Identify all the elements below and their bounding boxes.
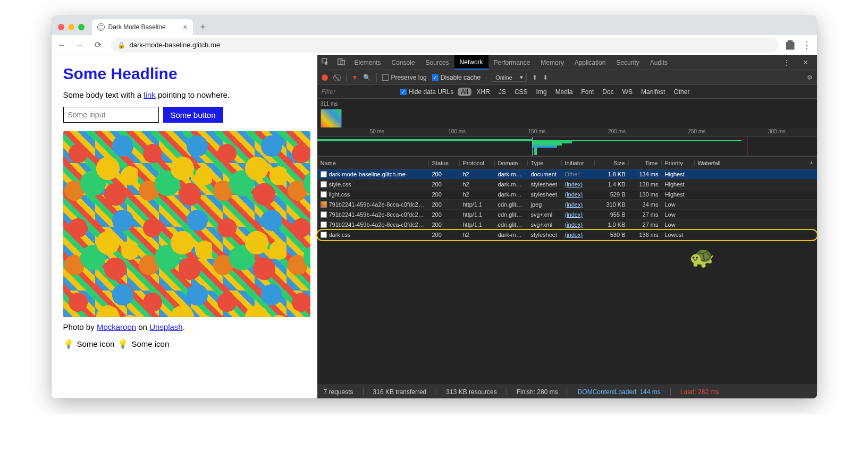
table-row[interactable]: light.css200h2dark-mo…stylesheet(index)5… [317, 190, 817, 200]
devtools-tab-performance[interactable]: Performance [488, 55, 536, 70]
devtools-toolbar: ElementsConsoleSourcesNetworkPerformance… [317, 55, 817, 70]
initiator-link[interactable]: (index) [565, 201, 583, 208]
filter-pill-xhr[interactable]: XHR [474, 88, 493, 96]
network-statusbar: 7 requests 316 KB transferred 313 KB res… [317, 385, 817, 398]
search-icon[interactable]: 🔍 [363, 74, 371, 81]
devtools-panel: ElementsConsoleSourcesNetworkPerformance… [317, 55, 817, 398]
waterfall-overview[interactable] [317, 137, 817, 156]
hide-data-urls-checkbox[interactable]: Hide data URLs [400, 88, 454, 96]
back-button[interactable]: ← [57, 40, 68, 50]
col-name[interactable]: Name [317, 160, 429, 166]
devtools-tab-security[interactable]: Security [611, 55, 644, 70]
browser-menu-icon[interactable]: ⋮ [802, 39, 812, 51]
devtools-close-icon[interactable]: ✕ [798, 58, 813, 66]
initiator-link[interactable]: (index) [565, 181, 583, 187]
initiator-link[interactable]: (index) [565, 232, 583, 238]
close-window-button[interactable] [58, 24, 64, 30]
devtools-tab-application[interactable]: Application [569, 55, 611, 70]
page-body: Some body text with a link pointing to n… [63, 90, 306, 99]
col-domain[interactable]: Domain [495, 160, 528, 166]
devtools-tab-network[interactable]: Network [454, 55, 488, 70]
filter-pill-css[interactable]: CSS [511, 88, 531, 96]
file-icon [321, 171, 327, 177]
filter-pill-media[interactable]: Media [552, 88, 576, 96]
ruler-tick: 50 ms [370, 129, 384, 134]
settings-gear-icon[interactable]: ⚙ [807, 74, 813, 81]
table-row[interactable]: dark.css200h2dark-mo…stylesheet(index)53… [317, 230, 817, 240]
status-resources: 313 KB resources [446, 388, 496, 396]
download-icon[interactable]: ⬇ [543, 74, 548, 81]
ruler-tick: 200 ms [608, 129, 626, 134]
content-area: Some Headline Some body text with a link… [52, 55, 817, 398]
col-time[interactable]: Time [629, 160, 662, 166]
devtools-tab-memory[interactable]: Memory [535, 55, 569, 70]
preserve-log-checkbox[interactable]: Preserve log [382, 74, 426, 81]
table-row[interactable]: style.css200h2dark-mo…stylesheet(index)1… [317, 180, 817, 190]
maximize-window-button[interactable] [78, 24, 85, 30]
tab-title: Dark Mode Baseline [108, 23, 166, 31]
devtools-tab-audits[interactable]: Audits [645, 55, 673, 70]
browser-window: Dark Mode Baseline × + ← → ⟳ 🔒 dark-mode… [52, 16, 817, 398]
body-link[interactable]: link [144, 90, 156, 99]
rendered-page: Some Headline Some body text with a link… [52, 55, 317, 398]
forward-button[interactable]: → [75, 40, 86, 50]
filter-input[interactable] [322, 88, 396, 96]
filter-pill-img[interactable]: Img [533, 88, 550, 96]
initiator-link[interactable]: (index) [565, 211, 583, 218]
table-row[interactable]: 791b2241-459b-4a2e-8cca-c0fdc2…200http/1… [317, 210, 817, 220]
filter-icon[interactable]: ▼ [352, 74, 358, 81]
device-toggle-icon[interactable] [333, 58, 349, 67]
minimize-window-button[interactable] [68, 24, 74, 30]
initiator-link[interactable]: (index) [565, 221, 583, 228]
devtools-menu-icon[interactable]: ⋮ [779, 58, 794, 66]
filter-bar: Hide data URLs AllXHRJSCSSImgMediaFontDo… [317, 85, 817, 99]
col-initiator[interactable]: Initiator [562, 160, 595, 166]
timeline-ruler: 50 ms100 ms150 ms200 ms250 ms300 ms [317, 127, 817, 137]
col-protocol[interactable]: Protocol [460, 160, 495, 166]
col-status[interactable]: Status [429, 160, 460, 166]
initiator-link[interactable]: (index) [565, 191, 583, 198]
col-priority[interactable]: Priority [662, 160, 695, 166]
col-waterfall[interactable]: Waterfall▲ [695, 160, 817, 166]
credit-author-link[interactable]: Mockaroon [97, 322, 136, 331]
clear-button[interactable] [333, 74, 341, 81]
browser-tab[interactable]: Dark Mode Baseline × [92, 19, 193, 35]
action-button[interactable]: Some button [163, 107, 223, 123]
new-tab-button[interactable]: + [196, 22, 210, 33]
network-controls: ▼ 🔍 Preserve log Disable cache Online▾ ⬆… [317, 70, 817, 85]
extension-icon[interactable] [786, 40, 795, 50]
filter-pill-all[interactable]: All [458, 88, 471, 96]
devtools-tab-elements[interactable]: Elements [349, 55, 386, 70]
upload-icon[interactable]: ⬆ [532, 74, 537, 81]
inspect-icon[interactable] [317, 58, 333, 67]
resource-type-pills: AllXHRJSCSSImgMediaFontDocWSManifestOthe… [458, 88, 693, 96]
filter-pill-font[interactable]: Font [578, 88, 597, 96]
credit-site-link[interactable]: Unsplash [149, 322, 183, 331]
address-bar: ← → ⟳ 🔒 dark-mode-baseline.glitch.me ⋮ [52, 35, 817, 55]
table-row[interactable]: 791b2241-459b-4a2e-8cca-c0fdc2…200http/1… [317, 200, 817, 210]
filter-pill-js[interactable]: JS [495, 88, 509, 96]
network-table-body: dark-mode-baseline.glitch.me200h2dark-mo… [317, 169, 817, 240]
filter-pill-ws[interactable]: WS [619, 88, 636, 96]
col-type[interactable]: Type [528, 160, 562, 166]
close-tab-icon[interactable]: × [183, 23, 187, 31]
chevron-down-icon: ▾ [520, 74, 523, 81]
throttle-select[interactable]: Online▾ [492, 73, 527, 82]
screenshot-thumbnail[interactable] [321, 109, 342, 130]
filter-pill-doc[interactable]: Doc [599, 88, 617, 96]
reload-button[interactable]: ⟳ [93, 40, 104, 50]
devtools-tab-console[interactable]: Console [386, 55, 420, 70]
devtools-tab-sources[interactable]: Sources [420, 55, 454, 70]
record-button[interactable] [322, 74, 328, 81]
bulb-icon: 💡 [63, 339, 74, 349]
table-row[interactable]: 791b2241-459b-4a2e-8cca-c0fdc2…200http/1… [317, 220, 817, 230]
url-bar[interactable]: 🔒 dark-mode-baseline.glitch.me [111, 38, 779, 53]
table-row[interactable]: dark-mode-baseline.glitch.me200h2dark-mo… [317, 169, 817, 180]
text-input[interactable] [63, 107, 159, 123]
disable-cache-checkbox[interactable]: Disable cache [432, 74, 481, 81]
file-icon [321, 181, 327, 187]
filter-pill-manifest[interactable]: Manifest [638, 88, 668, 96]
col-size[interactable]: Size [595, 160, 629, 166]
photo-credit: Photo by Mockaroon on Unsplash. [63, 322, 306, 331]
filter-pill-other[interactable]: Other [670, 88, 693, 96]
